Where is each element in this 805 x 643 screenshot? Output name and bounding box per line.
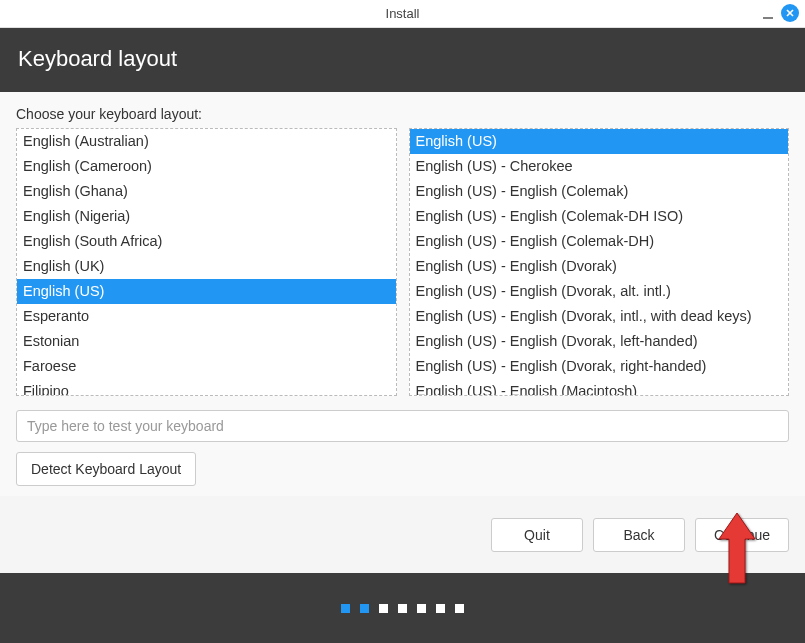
progress-step [341,604,350,613]
page-header: Keyboard layout [0,28,805,92]
progress-step [360,604,369,613]
page-title: Keyboard layout [18,46,787,72]
list-item[interactable]: English (UK) [17,254,396,279]
quit-button[interactable]: Quit [491,518,583,552]
list-item[interactable]: English (US) [17,279,396,304]
list-item[interactable]: English (Australian) [17,129,396,154]
main-content: Choose your keyboard layout: English (Au… [0,92,805,496]
window-controls [761,4,799,22]
list-item[interactable]: English (US) - English (Dvorak, intl., w… [410,304,789,329]
list-item[interactable]: English (Nigeria) [17,204,396,229]
list-item[interactable]: English (US) - English (Dvorak) [410,254,789,279]
back-button[interactable]: Back [593,518,685,552]
close-icon[interactable] [781,4,799,22]
list-item[interactable]: English (South Africa) [17,229,396,254]
layout-lists: English (Australian)English (Cameroon)En… [16,128,789,396]
keyboard-test-input[interactable] [16,410,789,442]
language-list[interactable]: English (Australian)English (Cameroon)En… [16,128,397,396]
variant-list[interactable]: English (US)English (US) - CherokeeEngli… [409,128,790,396]
list-item[interactable]: Esperanto [17,304,396,329]
detect-keyboard-button[interactable]: Detect Keyboard Layout [16,452,196,486]
list-item[interactable]: English (US) - English (Colemak-DH ISO) [410,204,789,229]
list-item[interactable]: Filipino [17,379,396,396]
list-item[interactable]: Faroese [17,354,396,379]
list-item[interactable]: English (US) - Cherokee [410,154,789,179]
list-item[interactable]: English (US) - English (Macintosh) [410,379,789,396]
continue-button[interactable]: Continue [695,518,789,552]
choose-label: Choose your keyboard layout: [16,106,789,122]
list-item[interactable]: English (US) - English (Colemak) [410,179,789,204]
minimize-icon[interactable] [761,6,775,20]
wizard-nav: Quit Back Continue [0,518,805,570]
list-item[interactable]: Estonian [17,329,396,354]
list-item[interactable]: English (US) - English (Dvorak, alt. int… [410,279,789,304]
progress-step [436,604,445,613]
list-item[interactable]: English (Ghana) [17,179,396,204]
list-item[interactable]: English (US) - English (Dvorak, left-han… [410,329,789,354]
progress-step [455,604,464,613]
progress-step [398,604,407,613]
window-title: Install [386,6,420,21]
list-item[interactable]: English (US) [410,129,789,154]
titlebar: Install [0,0,805,28]
list-item[interactable]: English (US) - English (Dvorak, right-ha… [410,354,789,379]
list-item[interactable]: English (Cameroon) [17,154,396,179]
progress-step [417,604,426,613]
list-item[interactable]: English (US) - English (Colemak-DH) [410,229,789,254]
progress-footer [0,573,805,643]
progress-step [379,604,388,613]
